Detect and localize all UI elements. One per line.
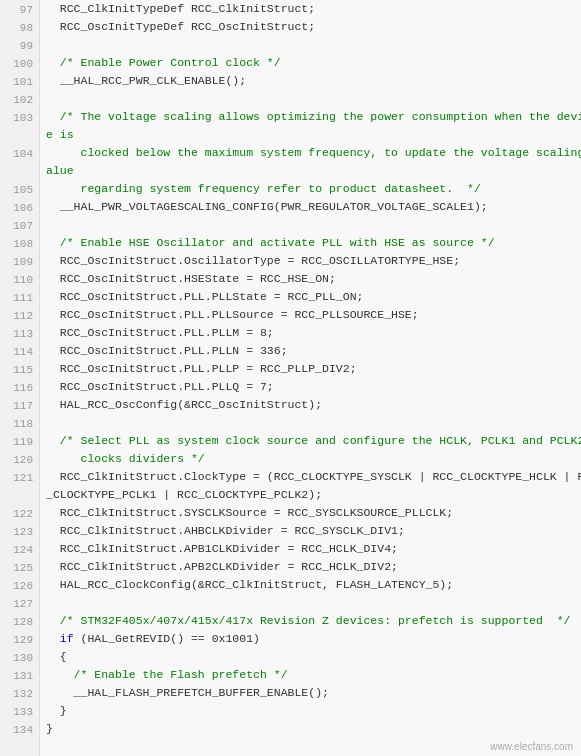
- ln-133: 133: [0, 702, 39, 720]
- ln-121b: [0, 486, 39, 504]
- code-line-113: RCC_OscInitStruct.PLL.PLLM = 8;: [46, 324, 581, 342]
- code-line-107: [46, 216, 581, 234]
- ln-107: 107: [0, 216, 39, 234]
- code-line-100: /* Enable Power Control clock */: [46, 54, 581, 72]
- ln-112: 112: [0, 306, 39, 324]
- code-line-132: __HAL_FLASH_PREFETCH_BUFFER_ENABLE();: [46, 684, 581, 702]
- code-line-103: /* The voltage scaling allows optimizing…: [46, 108, 581, 126]
- code-line-127: [46, 594, 581, 612]
- ln-97: 97: [0, 0, 39, 18]
- code-line-102: [46, 90, 581, 108]
- code-line-133: }: [46, 702, 581, 720]
- ln-117: 117: [0, 396, 39, 414]
- ln-101: 101: [0, 72, 39, 90]
- code-line-123: RCC_ClkInitStruct.AHBCLKDivider = RCC_SY…: [46, 522, 581, 540]
- code-line-109: RCC_OscInitStruct.OscillatorType = RCC_O…: [46, 252, 581, 270]
- ln-102: 102: [0, 90, 39, 108]
- ln-120: 120: [0, 450, 39, 468]
- ln-98: 98: [0, 18, 39, 36]
- code-line-120: clocks dividers */: [46, 450, 581, 468]
- ln-106: 106: [0, 198, 39, 216]
- ln-104b: [0, 162, 39, 180]
- ln-105: 105: [0, 180, 39, 198]
- watermark: www.elecfans.com: [490, 741, 573, 752]
- code-line-106: __HAL_PWR_VOLTAGESCALING_CONFIG(PWR_REGU…: [46, 198, 581, 216]
- code-line-131: /* Enable the Flash prefetch */: [46, 666, 581, 684]
- ln-115: 115: [0, 360, 39, 378]
- ln-130: 130: [0, 648, 39, 666]
- ln-132: 132: [0, 684, 39, 702]
- code-line-110: RCC_OscInitStruct.HSEState = RCC_HSE_ON;: [46, 270, 581, 288]
- code-line-108: /* Enable HSE Oscillator and activate PL…: [46, 234, 581, 252]
- code-line-134: }: [46, 720, 581, 738]
- ln-110: 110: [0, 270, 39, 288]
- code-area: RCC_ClkInitTypeDef RCC_ClkInitStruct; RC…: [40, 0, 581, 756]
- code-line-117: HAL_RCC_OscConfig(&RCC_OscInitStruct);: [46, 396, 581, 414]
- ln-118: 118: [0, 414, 39, 432]
- ln-124: 124: [0, 540, 39, 558]
- code-line-126: HAL_RCC_ClockConfig(&RCC_ClkInitStruct, …: [46, 576, 581, 594]
- code-line-116: RCC_OscInitStruct.PLL.PLLQ = 7;: [46, 378, 581, 396]
- code-line-103b: e is: [46, 126, 581, 144]
- line-numbers: 97 98 99 100 101 102 103 104 105 106 107…: [0, 0, 40, 756]
- code-line-122: RCC_ClkInitStruct.SYSCLKSource = RCC_SYS…: [46, 504, 581, 522]
- ln-126: 126: [0, 576, 39, 594]
- ln-125: 125: [0, 558, 39, 576]
- ln-114: 114: [0, 342, 39, 360]
- ln-122: 122: [0, 504, 39, 522]
- code-line-101: __HAL_RCC_PWR_CLK_ENABLE();: [46, 72, 581, 90]
- ln-119: 119: [0, 432, 39, 450]
- code-line-104: clocked below the maximum system frequen…: [46, 144, 581, 162]
- ln-111: 111: [0, 288, 39, 306]
- code-line-114: RCC_OscInitStruct.PLL.PLLN = 336;: [46, 342, 581, 360]
- ln-134: 134: [0, 720, 39, 738]
- ln-113: 113: [0, 324, 39, 342]
- ln-103b: [0, 126, 39, 144]
- code-line-121b: _CLOCKTYPE_PCLK1 | RCC_CLOCKTYPE_PCLK2);: [46, 486, 581, 504]
- ln-104: 104: [0, 144, 39, 162]
- code-line-97: RCC_ClkInitTypeDef RCC_ClkInitStruct;: [46, 0, 581, 18]
- code-line-124: RCC_ClkInitStruct.APB1CLKDivider = RCC_H…: [46, 540, 581, 558]
- code-line-128: /* STM32F405x/407x/415x/417x Revision Z …: [46, 612, 581, 630]
- code-line-115: RCC_OscInitStruct.PLL.PLLP = RCC_PLLP_DI…: [46, 360, 581, 378]
- ln-123: 123: [0, 522, 39, 540]
- code-line-130: {: [46, 648, 581, 666]
- code-line-111: RCC_OscInitStruct.PLL.PLLState = RCC_PLL…: [46, 288, 581, 306]
- code-line-118: [46, 414, 581, 432]
- ln-100: 100: [0, 54, 39, 72]
- code-line-121: RCC_ClkInitStruct.ClockType = (RCC_CLOCK…: [46, 468, 581, 486]
- ln-121: 121: [0, 468, 39, 486]
- ln-109: 109: [0, 252, 39, 270]
- ln-99: 99: [0, 36, 39, 54]
- ln-127: 127: [0, 594, 39, 612]
- ln-129: 129: [0, 630, 39, 648]
- ln-103: 103: [0, 108, 39, 126]
- code-line-98: RCC_OscInitTypeDef RCC_OscInitStruct;: [46, 18, 581, 36]
- code-line-112: RCC_OscInitStruct.PLL.PLLSource = RCC_PL…: [46, 306, 581, 324]
- code-line-105: regarding system frequency refer to prod…: [46, 180, 581, 198]
- ln-128: 128: [0, 612, 39, 630]
- ln-131: 131: [0, 666, 39, 684]
- code-line-119: /* Select PLL as system clock source and…: [46, 432, 581, 450]
- ln-108: 108: [0, 234, 39, 252]
- code-line-129: if (HAL_GetREVID() == 0x1001): [46, 630, 581, 648]
- ln-116: 116: [0, 378, 39, 396]
- code-container: 97 98 99 100 101 102 103 104 105 106 107…: [0, 0, 581, 756]
- code-line-104b: alue: [46, 162, 581, 180]
- code-line-125: RCC_ClkInitStruct.APB2CLKDivider = RCC_H…: [46, 558, 581, 576]
- code-line-99: [46, 36, 581, 54]
